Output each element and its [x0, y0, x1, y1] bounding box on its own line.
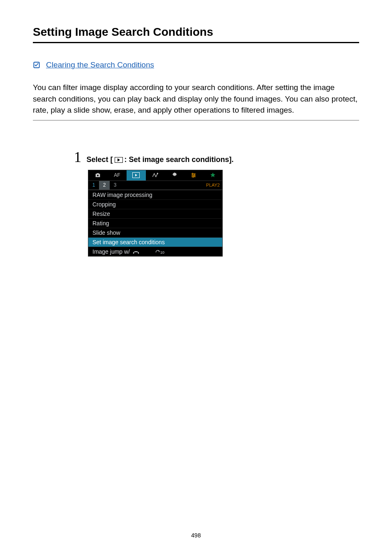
page-title: Setting Image Search Conditions: [33, 25, 359, 43]
menu-item-raw: RAW image processing: [88, 190, 222, 199]
svg-point-1: [157, 173, 158, 174]
tab-custom-icon: [184, 170, 203, 180]
related-link-row: Clearing the Search Conditions: [33, 60, 359, 69]
menu-item-slideshow: Slide show: [88, 228, 222, 237]
menu-item-set-conditions: Set image search conditions: [88, 237, 222, 247]
tab-shoot-icon: [88, 170, 108, 180]
subtab-1: 1: [88, 181, 99, 190]
jump-value-icon: 10: [155, 249, 164, 255]
menu-item-image-jump: Image jump w/ 10: [88, 247, 222, 256]
page-number: 498: [0, 532, 392, 539]
dial-icon: [132, 249, 140, 254]
svg-rect-6: [194, 174, 195, 176]
step-heading: 1. Select [ : Set image search condition…: [74, 148, 359, 166]
tab-setup-icon: [165, 170, 184, 180]
tab-playback-icon: [127, 170, 146, 180]
tab-mymenu-icon: [203, 170, 222, 180]
step-title: Select [ : Set image search conditions].: [87, 155, 234, 164]
clearing-conditions-link[interactable]: Clearing the Search Conditions: [46, 60, 154, 69]
camera-sub-tabs: 1 2 3 PLAY2: [88, 181, 222, 190]
camera-top-tabs: AF: [88, 170, 222, 181]
playback-icon: [115, 157, 123, 163]
subtab-2: 2: [99, 181, 110, 190]
svg-rect-7: [193, 176, 194, 178]
tab-af: AF: [108, 170, 127, 180]
subtab-3: 3: [110, 181, 120, 190]
subtab-label: PLAY2: [206, 181, 222, 190]
camera-menu-screenshot: AF 1 2 3 PLAY2 RAW image processi: [88, 170, 223, 257]
menu-item-cropping: Cropping: [88, 199, 222, 209]
step-1-block: 1. Select [ : Set image search condition…: [74, 148, 359, 257]
menu-item-resize: Resize: [88, 209, 222, 218]
svg-rect-5: [192, 173, 193, 175]
link-bullet-icon: [33, 61, 40, 69]
intro-paragraph: You can filter image display according t…: [33, 82, 359, 120]
tab-wireless-icon: [146, 170, 165, 180]
menu-item-rating: Rating: [88, 218, 222, 228]
step-number: 1.: [74, 148, 79, 166]
